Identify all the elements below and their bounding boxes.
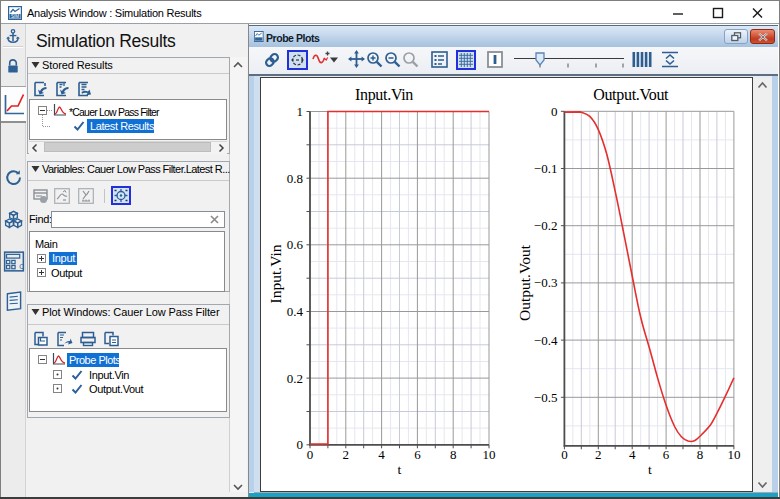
- svg-text:6: 6: [663, 447, 670, 462]
- svg-text:−0.5: −0.5: [534, 390, 558, 405]
- svg-text:0.2: 0.2: [287, 371, 303, 386]
- svg-text:t: t: [648, 462, 652, 477]
- svg-text:−0.1: −0.1: [534, 161, 558, 176]
- svg-text:Output.Vout: Output.Vout: [593, 86, 669, 104]
- svg-text:6: 6: [414, 447, 421, 462]
- svg-text:0: 0: [551, 104, 558, 119]
- svg-text:0.6: 0.6: [287, 237, 304, 252]
- svg-text:C: C: [19, 263, 24, 271]
- svg-text:0: 0: [561, 447, 568, 462]
- svg-text:0: 0: [297, 437, 304, 452]
- svg-text:−0.4: −0.4: [534, 333, 558, 348]
- svg-text:Input.Vin: Input.Vin: [267, 244, 284, 303]
- svg-text:Output.Vout: Output.Vout: [516, 244, 533, 321]
- svg-text:4: 4: [378, 447, 385, 462]
- svg-text:10: 10: [727, 447, 740, 462]
- svg-text:10: 10: [483, 447, 496, 462]
- svg-text:0.8: 0.8: [287, 171, 303, 186]
- svg-text:0.4: 0.4: [287, 304, 304, 319]
- svg-text:1: 1: [297, 104, 304, 119]
- svg-text:0: 0: [307, 447, 314, 462]
- svg-text:Input.Vin: Input.Vin: [355, 86, 413, 104]
- svg-text:2: 2: [343, 447, 350, 462]
- svg-text:SIM: SIM: [11, 14, 19, 19]
- svg-text:−0.3: −0.3: [534, 275, 558, 290]
- svg-text:8: 8: [697, 447, 704, 462]
- svg-text:t: t: [398, 462, 402, 477]
- svg-text:8: 8: [450, 447, 457, 462]
- svg-text:4: 4: [629, 447, 636, 462]
- svg-text:2: 2: [595, 447, 602, 462]
- svg-text:−0.2: −0.2: [534, 218, 558, 233]
